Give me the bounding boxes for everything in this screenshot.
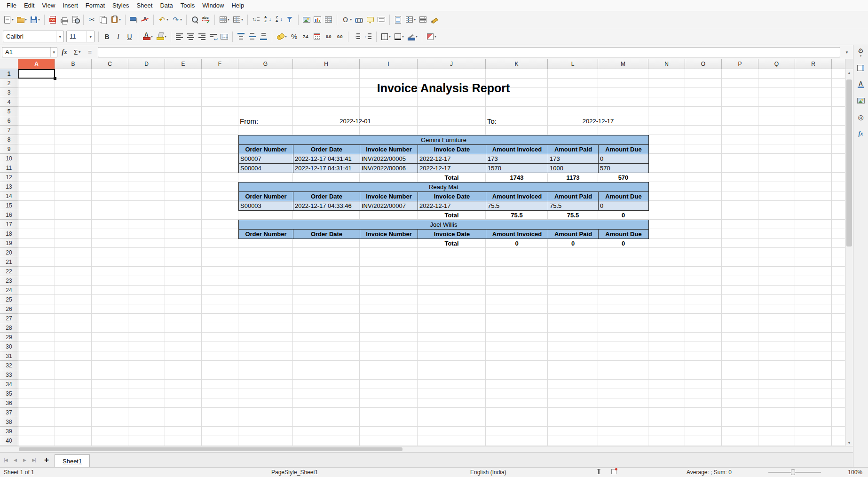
highlighting-color-button[interactable]: ▾ [155,30,168,44]
border-color-button[interactable]: ▾ [406,30,419,44]
column-header-N[interactable]: N [648,59,685,69]
row-header-29[interactable]: 29 [0,333,18,342]
cell-K10[interactable]: 173 [486,154,548,164]
cell-H15[interactable]: 2022-12-17 04:33:46 [293,201,360,211]
export-as-pdf-button[interactable] [47,13,58,27]
cell-M15[interactable]: 0 [598,201,649,211]
zoom-level[interactable]: 100% [848,469,862,476]
menu-help[interactable]: Help [228,1,248,10]
insert-mode-icon[interactable] [598,469,600,476]
row-header-38[interactable]: 38 [0,417,18,427]
column-title-order-date[interactable]: Order Date [293,229,360,239]
save-button[interactable]: ▾ [29,13,41,27]
sort-button[interactable] [251,13,261,27]
cell-cursor[interactable] [18,69,55,79]
row-header-27[interactable]: 27 [0,314,18,323]
column-title-invoice-number[interactable]: Invoice Number [360,144,418,154]
freeze-rows-and-columns-dropdown-icon[interactable]: ▾ [414,17,416,22]
to-label[interactable]: To: [486,116,548,126]
insert-image-button[interactable] [301,13,312,27]
column-title-amount-due[interactable]: Amount Due [598,229,649,239]
document-modified-icon[interactable] [611,469,616,476]
zoom-slider-thumb[interactable] [791,469,795,475]
column-dropdown-icon[interactable]: ▾ [241,17,243,22]
column-header-M[interactable]: M [598,59,648,69]
functions-button[interactable]: fx [855,128,867,139]
column-header-R[interactable]: R [795,59,832,69]
row-header-24[interactable]: 24 [0,286,18,295]
column-title-invoice-date[interactable]: Invoice Date [418,191,486,201]
underline-button[interactable]: U [124,30,135,44]
format-as-number-button[interactable]: 7.4 [300,30,311,44]
name-box-dropdown-icon[interactable]: ▾ [50,48,57,57]
horizontal-scroll-thumb[interactable] [19,447,402,451]
column-header-S[interactable]: S [832,59,845,69]
row-header-13[interactable]: 13 [0,182,18,191]
border-style-button[interactable]: ▾ [393,30,405,44]
conditional-formatting-dropdown-icon[interactable]: ▾ [434,34,436,39]
total-amount-paid-joel-willis[interactable]: 0 [548,238,598,248]
scroll-up-icon[interactable]: ▲ [845,69,853,76]
row-header-7[interactable]: 7 [0,126,18,135]
cell-M11[interactable]: 570 [598,163,649,173]
cell-J15[interactable]: 2022-12-17 [418,201,486,211]
menu-sheet[interactable]: Sheet [133,1,156,10]
add-sheet-button[interactable]: + [40,454,53,466]
cell-G15[interactable]: S00003 [238,201,293,211]
font-color-button[interactable]: ▾ [141,30,154,44]
page-style[interactable]: PageStyle_Sheet1 [271,469,318,476]
column-header-E[interactable]: E [165,59,202,69]
column-header-G[interactable]: G [238,59,293,69]
row-header-21[interactable]: 21 [0,257,18,267]
insert-pivot-table-button[interactable] [323,13,334,27]
column-title-order-number[interactable]: Order Number [238,144,293,154]
italic-button[interactable]: I [113,30,124,44]
cell-J11[interactable]: 2022-12-17 [418,163,486,173]
bold-button[interactable]: B [102,30,112,44]
zoom-slider[interactable] [768,469,821,476]
paste-button[interactable]: ▾ [109,13,122,27]
column-header-J[interactable]: J [418,59,486,69]
cell-M10[interactable]: 0 [598,154,649,164]
navigator-button[interactable]: ◎ [855,111,867,123]
row-header-34[interactable]: 34 [0,380,18,389]
row-header-15[interactable]: 15 [0,201,18,210]
row-header-25[interactable]: 25 [0,295,18,304]
row-header-23[interactable]: 23 [0,276,18,286]
borders-button[interactable]: ▾ [379,30,392,44]
column-button[interactable]: ▾ [231,13,245,27]
freeze-rows-and-columns-button[interactable]: ▾ [404,13,417,27]
format-as-percent-button[interactable]: % [289,30,300,44]
borders-dropdown-icon[interactable]: ▾ [389,34,391,39]
show-draw-functions-button[interactable] [429,13,440,27]
column-title-order-date[interactable]: Order Date [293,144,360,154]
formula-button[interactable]: = [84,47,95,58]
properties-button[interactable] [855,62,867,73]
to-date[interactable]: 2022-12-17 [548,116,648,126]
vertical-scroll-track[interactable] [845,76,853,439]
format-as-currency-button[interactable]: ▾ [275,30,288,44]
conditional-formatting-button[interactable]: ▾ [425,30,438,44]
function-wizard-button[interactable]: fx [59,47,70,58]
text-language[interactable]: English (India) [470,469,506,476]
cell-L10[interactable]: 173 [548,154,599,164]
menu-insert[interactable]: Insert [59,1,82,10]
spelling-button[interactable] [201,13,212,27]
cell-H10[interactable]: 2022-12-17 04:31:41 [293,154,360,164]
insert-comment-button[interactable] [365,13,376,27]
wrap-text-button[interactable] [208,30,219,44]
cell-K15[interactable]: 75.5 [486,201,548,211]
column-header-D[interactable]: D [128,59,165,69]
row-header-5[interactable]: 5 [0,107,18,116]
column-header-H[interactable]: H [293,59,360,69]
name-box[interactable]: A1 ▾ [2,47,57,57]
cell-G11[interactable]: S00004 [238,163,293,173]
row-header-12[interactable]: 12 [0,173,18,182]
column-title-amount-invoiced[interactable]: Amount Invoiced [486,144,548,154]
sidebar-settings-button[interactable]: ⚙ ▾ [858,48,864,57]
previous-sheet-icon[interactable]: ◀ [10,454,20,466]
column-title-invoice-date[interactable]: Invoice Date [418,144,486,154]
from-date[interactable]: 2022-12-01 [293,116,418,126]
column-header-K[interactable]: K [486,59,548,69]
menu-edit[interactable]: Edit [20,1,38,10]
